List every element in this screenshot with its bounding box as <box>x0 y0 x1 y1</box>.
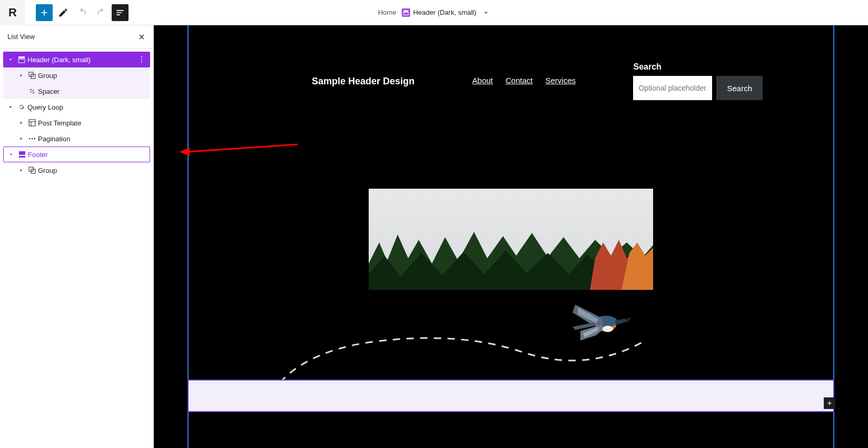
tree-label: Post Template <box>38 119 81 127</box>
redo-button[interactable] <box>93 4 110 21</box>
svg-point-13 <box>32 138 33 139</box>
svg-rect-0 <box>403 10 408 12</box>
svg-point-12 <box>29 138 30 139</box>
tree-label: Footer <box>28 151 48 159</box>
block-tree: Header (Dark, small) Group Spacer Qu <box>0 48 153 181</box>
nav-link-about[interactable]: About <box>472 76 493 85</box>
panel-title: List View <box>7 33 35 41</box>
tree-label: Pagination <box>38 135 70 143</box>
template-part-icon <box>16 55 27 64</box>
tree-item-pagination[interactable]: Pagination <box>3 131 150 147</box>
tree-label: Group <box>38 72 57 80</box>
add-block-button[interactable] <box>36 4 53 21</box>
tree-label: Group <box>38 167 57 174</box>
tree-item-post-template[interactable]: Post Template <box>3 115 150 131</box>
logo-letter: R <box>8 6 17 20</box>
group-icon <box>26 71 38 80</box>
svg-rect-2 <box>18 56 25 59</box>
chevron-right-icon <box>16 72 26 79</box>
preview-header: Sample Header Design About Contact Servi… <box>312 76 763 100</box>
list-icon <box>115 7 125 18</box>
search-input[interactable] <box>633 76 712 100</box>
breadcrumb-root[interactable]: Home <box>378 8 397 16</box>
close-panel-button[interactable] <box>137 33 146 41</box>
dots-vertical-icon <box>137 55 146 64</box>
dots-horizontal-icon <box>26 134 38 143</box>
post-featured-image[interactable] <box>369 189 653 290</box>
more-options-button[interactable] <box>137 55 146 64</box>
layout-icon <box>26 119 38 127</box>
svg-rect-9 <box>29 120 35 126</box>
svg-point-4 <box>141 56 142 57</box>
loop-icon <box>16 103 27 111</box>
svg-rect-1 <box>403 12 408 15</box>
plus-icon <box>39 7 50 18</box>
template-part-icon <box>16 150 28 159</box>
tree-item-group[interactable]: Group <box>3 162 150 178</box>
svg-marker-18 <box>179 148 190 156</box>
chevron-right-icon <box>16 135 26 142</box>
chevron-down-icon <box>5 56 16 63</box>
nav-menu: About Contact Services <box>472 76 576 85</box>
pencil-icon <box>58 7 68 18</box>
undo-icon <box>77 7 87 18</box>
spacer-icon <box>26 87 38 95</box>
svg-point-6 <box>141 62 142 63</box>
site-title[interactable]: Sample Header Design <box>312 76 415 87</box>
svg-point-26 <box>603 326 613 332</box>
svg-point-25 <box>626 319 628 320</box>
chevron-down-icon <box>6 151 16 158</box>
add-block-inline-button[interactable] <box>824 397 835 409</box>
undo-button[interactable] <box>74 4 91 21</box>
list-view-toggle[interactable] <box>112 4 129 21</box>
edit-tool-button[interactable] <box>55 4 72 21</box>
close-icon <box>137 33 146 41</box>
bird-image[interactable] <box>565 299 633 347</box>
svg-point-14 <box>34 138 35 139</box>
breadcrumb-current-label: Header (Dark, small) <box>413 8 476 16</box>
tree-label: Spacer <box>38 87 60 95</box>
chevron-down-icon <box>5 104 16 110</box>
list-view-panel: List View Header (Dark, small) Group <box>0 25 154 448</box>
chevron-right-icon <box>16 120 26 126</box>
redo-icon <box>96 7 106 18</box>
search-block: Search Search <box>633 62 763 100</box>
svg-line-17 <box>187 144 298 152</box>
search-label: Search <box>633 62 763 72</box>
tree-item-query-loop[interactable]: Query Loop <box>3 99 150 115</box>
top-toolbar: R Home Header (Dark <box>0 0 868 25</box>
nav-link-contact[interactable]: Contact <box>506 76 533 85</box>
nav-link-services[interactable]: Services <box>545 76 576 85</box>
tree-item-group[interactable]: Group <box>3 67 150 83</box>
tree-item-header[interactable]: Header (Dark, small) <box>3 52 150 67</box>
tree-label: Header (Dark, small) <box>27 56 91 64</box>
annotation-arrow <box>179 141 300 157</box>
tree-item-spacer[interactable]: Spacer <box>3 83 150 99</box>
group-icon <box>26 166 38 174</box>
chevron-down-icon[interactable] <box>481 8 490 17</box>
tree-label: Query Loop <box>27 103 63 111</box>
breadcrumb-current[interactable]: Header (Dark, small) <box>401 8 476 17</box>
footer-selection-outline[interactable] <box>188 379 834 412</box>
site-logo[interactable]: R <box>0 0 25 25</box>
svg-rect-3 <box>18 59 25 63</box>
tree-item-footer[interactable]: Footer <box>3 147 150 162</box>
search-button[interactable]: Search <box>716 76 763 100</box>
breadcrumb: Home Header (Dark, small) <box>378 8 490 17</box>
template-part-icon <box>401 8 410 17</box>
editor-canvas[interactable]: Sample Header Design About Contact Servi… <box>154 25 868 448</box>
plus-icon <box>826 400 833 407</box>
chevron-right-icon <box>16 167 26 173</box>
svg-point-5 <box>141 59 142 60</box>
